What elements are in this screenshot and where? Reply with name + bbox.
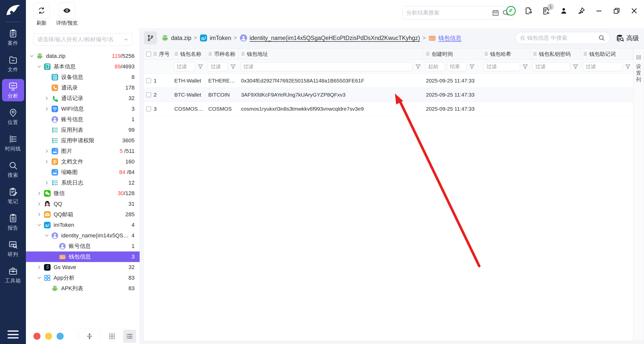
- tag-red-dot[interactable]: [33, 333, 41, 340]
- chevron-right-icon[interactable]: [44, 95, 50, 102]
- tree-item[interactable]: App分析83: [26, 273, 140, 283]
- tree-item[interactable]: 账号信息1: [26, 114, 140, 125]
- chevron-down-icon[interactable]: [44, 232, 50, 239]
- tree-item[interactable]: 通话记录32: [26, 93, 140, 104]
- chevron-down-icon[interactable]: [36, 275, 43, 281]
- filter-input-wallet_name[interactable]: [174, 62, 195, 71]
- chevron-right-icon[interactable]: [44, 106, 50, 112]
- table-row[interactable]: 2BTC-WalletBITCOIN3AF9XfdKcF9AYeRJng7kUA…: [144, 88, 633, 102]
- filter-funnel-icon[interactable]: [415, 63, 421, 70]
- filter-funnel-icon[interactable]: [625, 63, 631, 70]
- pin-icon[interactable]: [576, 6, 587, 16]
- select-all-checkbox[interactable]: [146, 52, 151, 57]
- tree-item[interactable]: identity_name(im14x5QSga...4: [26, 230, 140, 241]
- tree-item[interactable]: 钱包信息3: [26, 251, 140, 262]
- nav-item-analysis[interactable]: 分析: [2, 79, 24, 101]
- column-header[interactable]: ☰钱包地址: [238, 49, 423, 59]
- nav-item-notes[interactable]: 笔记: [2, 185, 24, 207]
- tree-item[interactable]: imToken4: [26, 220, 140, 230]
- filter-funnel-icon[interactable]: [197, 63, 204, 70]
- filter-funnel-icon[interactable]: [522, 63, 529, 70]
- chevron-down-icon[interactable]: [36, 222, 43, 228]
- restore-button[interactable]: [611, 6, 622, 16]
- column-header[interactable]: ☰钱包哈希: [482, 49, 531, 59]
- chevron-right-icon[interactable]: [44, 180, 50, 186]
- chevron-right-icon[interactable]: [36, 264, 43, 271]
- table-search-input[interactable]: [520, 35, 595, 41]
- column-header[interactable]: ☰钱包助记词: [581, 49, 633, 59]
- nav-item-case[interactable]: 案件: [2, 26, 24, 49]
- tree-item[interactable]: 缩略图84 /84: [26, 167, 140, 178]
- collapse-all-icon[interactable]: [83, 330, 96, 343]
- tree-item[interactable]: 应用申请权限3605: [26, 135, 140, 146]
- filter-funnel-icon[interactable]: [469, 63, 475, 70]
- nav-item-file[interactable]: 文件: [2, 53, 24, 75]
- filter-funnel-icon[interactable]: [572, 63, 579, 70]
- filter-input-hash[interactable]: [484, 62, 520, 71]
- tree-item[interactable]: 设备信息8: [26, 72, 140, 82]
- tree-item[interactable]: 通讯录178: [26, 82, 140, 93]
- filter-funnel-icon[interactable]: [230, 63, 236, 70]
- user-icon[interactable]: [558, 6, 569, 16]
- column-header[interactable]: ☰创建时间: [423, 49, 482, 59]
- nav-item-timeline[interactable]: 时间线: [2, 132, 24, 154]
- search-icon[interactable]: [598, 34, 606, 42]
- branch-icon[interactable]: [144, 31, 157, 45]
- list-view-icon[interactable]: [123, 330, 136, 343]
- advanced-search-button[interactable]: 高级: [616, 34, 639, 42]
- breadcrumb-item[interactable]: imToken: [199, 34, 231, 42]
- tree-item[interactable]: WIFI信息3: [26, 104, 140, 114]
- table-row[interactable]: 1ETH-WalletETHEREUM0x304fEd2927f47692E50…: [144, 74, 633, 88]
- brand-status-icon[interactable]: [506, 6, 516, 16]
- breadcrumb-item[interactable]: data.zip: [161, 34, 191, 42]
- tree-item[interactable]: APK列表83: [26, 283, 140, 294]
- filter-input-private_key_pwd[interactable]: [533, 62, 570, 71]
- calendar-icon[interactable]: [492, 9, 499, 17]
- holder-filter-select[interactable]: [33, 33, 133, 46]
- tag-yellow-dot[interactable]: [45, 333, 52, 340]
- filter-end-input[interactable]: [447, 62, 467, 71]
- column-header[interactable]: ☰币种名称: [206, 49, 238, 59]
- tree-item[interactable]: Gs Wave32: [26, 262, 140, 273]
- tree-item[interactable]: 基本信息89/4693: [26, 61, 140, 72]
- nav-item-report[interactable]: 报告: [2, 211, 24, 233]
- menu-burger-icon[interactable]: [8, 330, 19, 338]
- row-checkbox[interactable]: [146, 78, 151, 83]
- grid-view-icon[interactable]: [105, 330, 118, 343]
- tree-item[interactable]: 应用列表99: [26, 125, 140, 135]
- table-row[interactable]: 3COSMOS-Wal...COSMOScosmos1ryukxrl3n8s3t…: [144, 102, 633, 116]
- tree-item[interactable]: QQ31: [26, 199, 140, 209]
- chevron-right-icon[interactable]: [36, 190, 43, 197]
- filter-input-address[interactable]: [240, 62, 413, 71]
- nav-item-toolbox[interactable]: 工具箱: [2, 264, 24, 286]
- tree-item[interactable]: 系统日志12: [26, 178, 140, 188]
- column-header[interactable]: ☰钱包名称: [172, 49, 206, 59]
- refresh-button[interactable]: 刷新: [33, 3, 50, 26]
- chevron-down-icon[interactable]: [28, 53, 35, 59]
- holder-filter-input[interactable]: [37, 36, 121, 43]
- breadcrumb-item[interactable]: 钱包信息: [428, 34, 461, 42]
- tree-item[interactable]: QQ邮箱285: [26, 209, 140, 220]
- chevron-right-icon[interactable]: [44, 148, 50, 154]
- nav-item-judge[interactable]: 研判: [2, 237, 24, 260]
- tree-item[interactable]: 文档文件160: [26, 156, 140, 167]
- tree-item[interactable]: data.zip119/5256: [26, 51, 140, 61]
- filter-input-mnemonic[interactable]: [583, 62, 623, 71]
- nav-item-location[interactable]: 位置: [2, 105, 24, 128]
- minimize-button[interactable]: [594, 6, 604, 16]
- chevron-right-icon[interactable]: [36, 211, 43, 218]
- column-settings-strip[interactable]: 设置列: [633, 49, 644, 341]
- tree-item[interactable]: 图片5 /511: [26, 146, 140, 156]
- filter-input-coin[interactable]: [208, 62, 228, 71]
- row-checkbox[interactable]: [146, 92, 151, 97]
- global-search-input[interactable]: [406, 10, 489, 16]
- tag-blue-dot[interactable]: [57, 333, 64, 340]
- tree-item[interactable]: 账号信息1: [26, 241, 140, 251]
- row-checkbox[interactable]: [146, 106, 151, 111]
- breadcrumb-item[interactable]: identity_name(im14x5QSgaQeHEoPtDzisPdDsX…: [239, 34, 420, 42]
- detail-preview-button[interactable]: 详情/预览: [56, 3, 78, 26]
- tree-item[interactable]: 微信30/128: [26, 188, 140, 199]
- chevron-right-icon[interactable]: [36, 201, 43, 207]
- report-tasks-icon[interactable]: 1: [541, 6, 551, 16]
- nav-item-search[interactable]: 搜索: [2, 158, 24, 181]
